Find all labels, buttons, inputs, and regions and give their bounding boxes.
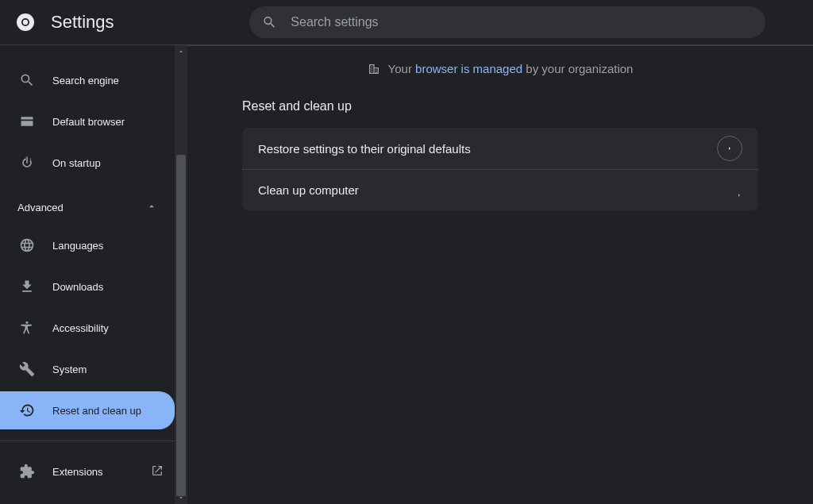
managed-link[interactable]: browser is managed (415, 62, 522, 75)
sidebar-item-label: Languages (52, 240, 103, 252)
section-title: Reset and clean up (242, 99, 758, 113)
sidebar: Appearance Search engine Default browser… (0, 45, 187, 504)
managed-notice: Your browser is managed by your organiza… (187, 62, 813, 75)
sidebar-item-languages[interactable]: Languages (0, 226, 175, 264)
chevron-right-icon (736, 187, 742, 194)
sidebar-item-label: Extensions (52, 466, 103, 478)
chevron-up-icon (146, 201, 157, 214)
chevron-right-icon (726, 145, 733, 152)
sidebar-item-label: Reset and clean up (52, 405, 141, 417)
row-clean-up-computer[interactable]: Clean up computer (242, 169, 758, 210)
search-settings-field[interactable] (249, 6, 765, 38)
sidebar-scrollbar[interactable] (175, 45, 187, 504)
sidebar-item-extensions[interactable]: Extensions (0, 452, 175, 491)
main-content: Your browser is managed by your organiza… (187, 45, 813, 504)
row-label: Clean up computer (258, 183, 359, 197)
browser-icon (19, 113, 35, 129)
search-input[interactable] (291, 15, 752, 29)
power-icon (19, 155, 35, 171)
sidebar-item-reset-cleanup[interactable]: Reset and clean up (0, 391, 175, 429)
building-icon (368, 63, 380, 75)
sidebar-item-default-browser[interactable]: Default browser (0, 102, 175, 140)
scroll-up-button[interactable] (175, 45, 187, 58)
sidebar-item-search-engine[interactable]: Search engine (0, 61, 175, 99)
managed-prefix: Your (388, 62, 415, 75)
external-link-icon (151, 464, 164, 479)
svg-point-2 (23, 20, 28, 25)
sidebar-item-label: Accessibility (52, 322, 109, 334)
sidebar-item-label: Default browser (52, 116, 125, 128)
chrome-logo-icon (16, 13, 35, 32)
row-restore-defaults[interactable]: Restore settings to their original defau… (242, 128, 758, 169)
sidebar-item-accessibility[interactable]: Accessibility (0, 309, 175, 347)
search-icon (19, 72, 35, 88)
row-action-button[interactable] (717, 136, 742, 161)
sidebar-item-label: Downloads (52, 281, 103, 293)
sidebar-item-appearance[interactable]: Appearance (0, 45, 175, 58)
row-label: Restore settings to their original defau… (258, 142, 471, 156)
palette-icon (19, 45, 35, 47)
app-title: Settings (51, 12, 114, 33)
advanced-label: Advanced (17, 202, 64, 214)
restore-icon (19, 402, 35, 418)
sidebar-item-label: System (52, 364, 87, 375)
wrench-icon (19, 361, 35, 377)
managed-suffix: by your organization (522, 62, 633, 75)
scroll-thumb[interactable] (176, 155, 186, 496)
search-icon (262, 14, 277, 30)
accessibility-icon (19, 320, 35, 336)
globe-icon (19, 237, 35, 253)
puzzle-icon (19, 464, 35, 479)
sidebar-item-label: On startup (52, 157, 101, 169)
sidebar-item-downloads[interactable]: Downloads (0, 267, 175, 306)
settings-card: Restore settings to their original defau… (242, 128, 758, 210)
app-header: Settings (0, 0, 813, 44)
scroll-down-button[interactable] (175, 491, 187, 504)
download-icon (19, 279, 35, 294)
sidebar-item-on-startup[interactable]: On startup (0, 144, 175, 182)
sidebar-advanced-toggle[interactable]: Advanced (0, 191, 175, 223)
sidebar-item-label: Search engine (52, 75, 119, 87)
sidebar-item-system[interactable]: System (0, 350, 175, 388)
sidebar-item-about-chrome[interactable]: About Chrome (0, 494, 175, 504)
sidebar-divider (0, 441, 175, 441)
